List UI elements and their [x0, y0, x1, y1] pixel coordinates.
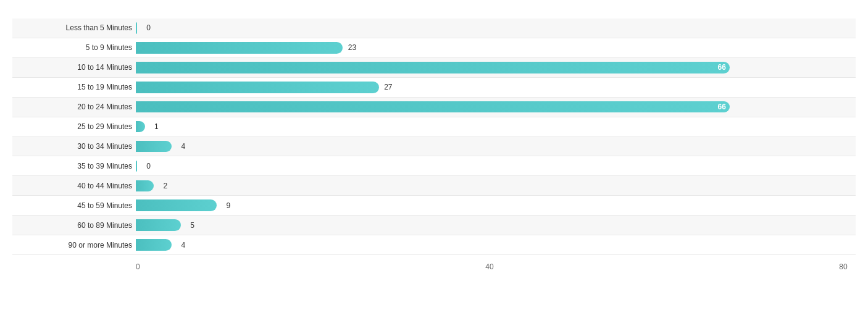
row-label: 40 to 44 Minutes: [12, 182, 136, 190]
bar: 1: [136, 121, 145, 133]
bar: 66: [136, 62, 730, 73]
row-label: 5 to 9 Minutes: [12, 43, 136, 52]
bar-wrapper: 27: [136, 78, 856, 97]
bar-value: 5: [190, 221, 194, 230]
row-label: 10 to 14 Minutes: [12, 63, 136, 72]
bar-value: 4: [182, 142, 186, 151]
bar: 66: [136, 101, 730, 113]
table-row: 15 to 19 Minutes27: [12, 78, 856, 98]
bar: 23: [136, 42, 343, 54]
row-label: 30 to 34 Minutes: [12, 142, 136, 151]
bar-wrapper: 9: [136, 196, 856, 215]
bar-value: 0: [146, 162, 151, 170]
bar: 2: [136, 180, 154, 192]
bar-value: 27: [384, 83, 392, 91]
rows-container: Less than 5 Minutes05 to 9 Minutes2310 t…: [12, 19, 856, 255]
table-row: 90 or more Minutes4: [12, 235, 856, 255]
table-row: 60 to 89 Minutes5: [12, 216, 856, 235]
bar-wrapper: 2: [136, 176, 856, 195]
table-row: 20 to 24 Minutes66: [12, 98, 856, 117]
row-label: 35 to 39 Minutes: [12, 162, 136, 170]
bar-value: 2: [163, 182, 167, 190]
x-axis-label: 0: [136, 262, 140, 271]
table-row: 40 to 44 Minutes2: [12, 176, 856, 196]
x-axis-label: 40: [485, 262, 493, 271]
bar-wrapper: 23: [136, 38, 856, 57]
row-label: Less than 5 Minutes: [12, 23, 136, 32]
bar: 4: [136, 239, 172, 251]
bar-wrapper: 0: [136, 156, 856, 175]
bar-value: 0: [146, 23, 151, 32]
table-row: 30 to 34 Minutes4: [12, 137, 856, 157]
table-row: 35 to 39 Minutes0: [12, 156, 856, 176]
bar: 0: [136, 161, 137, 172]
table-row: 25 to 29 Minutes1: [12, 117, 856, 137]
x-axis-label: 80: [839, 262, 847, 271]
row-label: 90 or more Minutes: [12, 241, 136, 250]
bar-value: 9: [226, 201, 230, 210]
bar: 9: [136, 199, 217, 211]
table-row: Less than 5 Minutes0: [12, 19, 856, 38]
table-row: 5 to 9 Minutes23: [12, 38, 856, 58]
row-label: 20 to 24 Minutes: [12, 103, 136, 111]
bar-wrapper: 66: [136, 98, 856, 117]
row-label: 15 to 19 Minutes: [12, 83, 136, 91]
bar: 0: [136, 22, 137, 34]
bar-wrapper: 0: [136, 19, 856, 38]
chart-area: Less than 5 Minutes05 to 9 Minutes2310 t…: [12, 19, 856, 274]
table-row: 10 to 14 Minutes66: [12, 58, 856, 78]
x-axis-labels: 04080: [136, 262, 856, 271]
table-row: 45 to 59 Minutes9: [12, 196, 856, 216]
bar-wrapper: 4: [136, 137, 856, 156]
bar-wrapper: 66: [136, 58, 856, 77]
x-axis: 04080: [12, 255, 856, 274]
bar-value: 1: [154, 122, 159, 131]
bar-value: 66: [718, 63, 726, 72]
bar: 27: [136, 82, 379, 93]
bar-wrapper: 5: [136, 216, 856, 235]
row-label: 45 to 59 Minutes: [12, 201, 136, 210]
row-label: 25 to 29 Minutes: [12, 122, 136, 131]
bar: 5: [136, 219, 181, 231]
chart-container: Less than 5 Minutes05 to 9 Minutes2310 t…: [0, 0, 868, 323]
bar-value: 23: [348, 43, 356, 52]
bar: 4: [136, 141, 172, 153]
row-label: 60 to 89 Minutes: [12, 221, 136, 230]
bar-value: 4: [182, 241, 186, 250]
bar-value: 66: [718, 103, 726, 111]
bar-wrapper: 4: [136, 235, 856, 254]
bar-wrapper: 1: [136, 117, 856, 136]
